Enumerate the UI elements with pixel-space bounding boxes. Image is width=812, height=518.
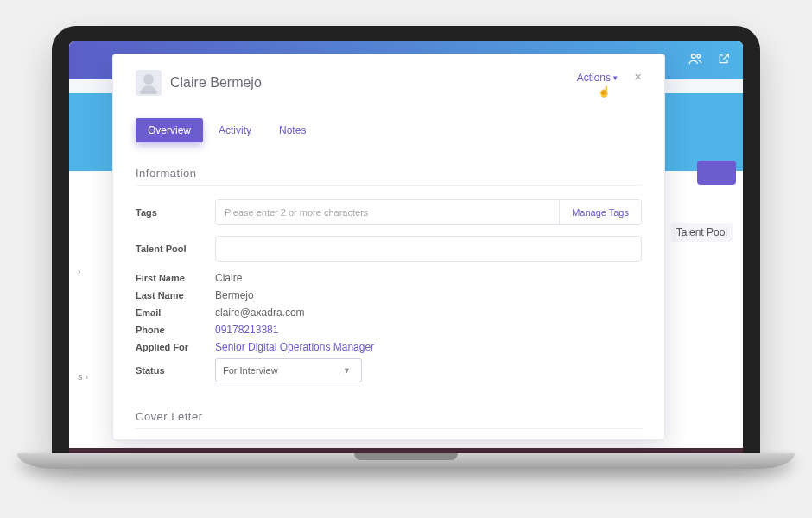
svg-point-0 xyxy=(692,54,696,59)
talent-pool-input[interactable] xyxy=(215,236,642,262)
info-grid: Tags Manage Tags Talent Pool First Name … xyxy=(136,199,642,382)
phone-row: Phone 09178213381 xyxy=(136,324,642,336)
app-background: el Talent Pool › s › xyxy=(69,41,743,453)
cursor-icon: ☝ xyxy=(598,85,611,98)
tab-overview[interactable]: Overview xyxy=(136,118,203,142)
last-name-label: Last Name xyxy=(136,290,215,300)
screen: el Talent Pool › s › xyxy=(69,41,743,453)
tab-activity[interactable]: Activity xyxy=(206,118,263,142)
tabs: Overview Activity Notes xyxy=(136,118,642,142)
applied-for-row: Applied For Senior Digital Operations Ma… xyxy=(136,341,642,353)
tags-label: Tags xyxy=(136,207,215,218)
tab-notes[interactable]: Notes xyxy=(267,118,318,142)
email-label: Email xyxy=(136,307,215,318)
laptop-frame: el Talent Pool › s › xyxy=(52,26,760,458)
bg-talent-pool-column: Talent Pool xyxy=(671,223,733,242)
bg-action-button[interactable] xyxy=(697,161,736,185)
applied-for-label: Applied For xyxy=(136,342,215,352)
first-name-value: Claire xyxy=(215,272,242,284)
phone-value[interactable]: 09178213381 xyxy=(215,324,278,336)
status-select[interactable]: For Interview ▼ xyxy=(215,358,362,382)
first-name-row: First Name Claire xyxy=(136,272,642,284)
phone-label: Phone xyxy=(136,325,215,335)
candidate-name: Claire Bermejo xyxy=(170,75,262,91)
information-section-title: Information xyxy=(136,167,642,186)
candidate-modal: Claire Bermejo Actions ▾ × ☝ Overview Ac… xyxy=(112,54,665,440)
bg-sidebar-row2[interactable]: s › xyxy=(78,371,88,382)
external-link-icon[interactable] xyxy=(717,52,731,69)
status-row: Status For Interview ▼ xyxy=(136,358,642,382)
cover-letter-section-title: Cover Letter xyxy=(136,410,642,429)
modal-header: Claire Bermejo Actions ▾ × ☝ xyxy=(136,70,642,96)
first-name-label: First Name xyxy=(136,273,215,283)
tags-input-group: Manage Tags xyxy=(215,199,642,225)
bg-sidebar-row1[interactable]: › xyxy=(78,266,88,276)
svg-point-1 xyxy=(697,54,701,58)
applied-for-value[interactable]: Senior Digital Operations Manager xyxy=(215,341,374,353)
last-name-row: Last Name Bermejo xyxy=(136,289,642,301)
email-row: Email claire@axadra.com xyxy=(136,306,642,319)
status-label: Status xyxy=(136,365,215,376)
laptop-base xyxy=(17,453,795,469)
actions-label: Actions xyxy=(577,72,611,84)
actions-dropdown[interactable]: Actions ▾ xyxy=(577,72,618,84)
tags-input[interactable] xyxy=(216,200,559,224)
tags-row: Tags Manage Tags xyxy=(136,199,642,225)
talent-pool-row: Talent Pool xyxy=(136,236,642,262)
bg-sidebar-chevrons: › s › xyxy=(78,266,88,453)
status-value: For Interview xyxy=(223,365,278,376)
close-button[interactable]: × xyxy=(634,70,642,83)
chevron-down-icon: ▾ xyxy=(613,73,618,82)
email-value: claire@axadra.com xyxy=(215,306,305,319)
talent-pool-label: Talent Pool xyxy=(136,243,215,254)
users-icon[interactable] xyxy=(688,51,703,70)
manage-tags-button[interactable]: Manage Tags xyxy=(559,200,641,224)
last-name-value: Bermejo xyxy=(215,289,254,301)
avatar xyxy=(136,70,162,96)
caret-down-icon: ▼ xyxy=(339,366,354,375)
